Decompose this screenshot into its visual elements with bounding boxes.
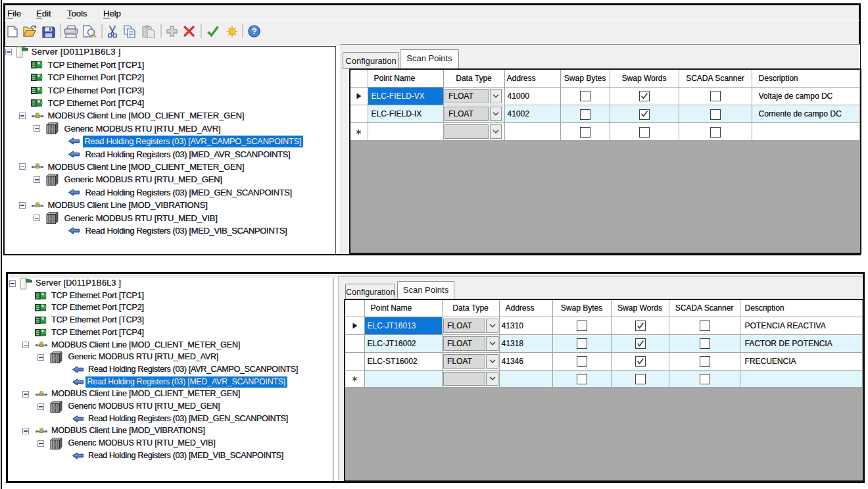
- svg-text:?: ?: [252, 27, 257, 36]
